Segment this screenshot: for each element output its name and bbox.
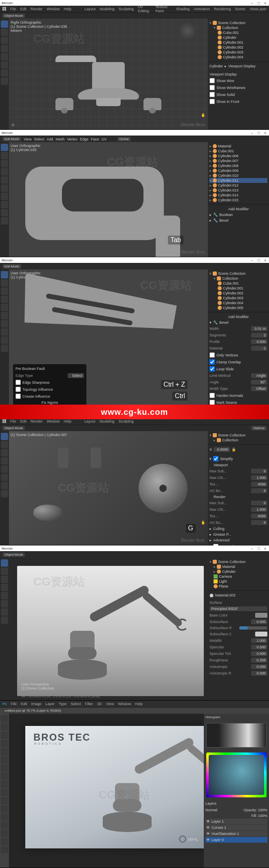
tool-scale[interactable]	[1, 176, 8, 184]
tool-wand[interactable]	[1, 740, 8, 747]
color-picker[interactable]	[206, 752, 267, 797]
tool-move[interactable]	[1, 715, 8, 723]
tool-heal[interactable]	[1, 764, 8, 772]
viewport-3d[interactable]: User Perspective (1) Scene Collection Ve…	[9, 558, 208, 700]
eye-icon[interactable]: 👁	[206, 826, 210, 830]
tool-scale[interactable]	[1, 53, 8, 60]
ws-layout[interactable]: Layout	[85, 7, 96, 11]
blender-logo-icon: 🅱	[2, 7, 6, 11]
menu-edit[interactable]: Edit	[20, 7, 27, 11]
doc-tab[interactable]: untitled.psd @ 76.7% (Layer 0, RGB/8)	[2, 708, 63, 713]
chk-infront[interactable]	[209, 99, 215, 104]
ws-texpaint[interactable]: Texture Paint	[155, 5, 172, 13]
tool-rotate[interactable]	[1, 45, 8, 52]
tool-pen[interactable]	[1, 813, 8, 821]
tool-move[interactable]	[1, 37, 8, 44]
tool-knife[interactable]	[1, 217, 8, 225]
ws-anim[interactable]: Animation	[194, 7, 210, 11]
tool-annotate[interactable]	[1, 69, 8, 77]
tool-select[interactable]	[1, 20, 8, 28]
ps-menubar: Ps File Edit Image Layer Type Select Fil…	[0, 701, 269, 707]
chk-wire[interactable]	[209, 78, 215, 83]
scene-chip[interactable]: Scene	[235, 7, 246, 11]
minimize-icon[interactable]: −	[251, 131, 254, 134]
ws-modeling[interactable]: Modeling	[100, 7, 115, 11]
maximize-icon[interactable]: □	[258, 1, 261, 4]
viewlayer-chip[interactable]: ViewLayer	[249, 7, 267, 11]
viewport-3d[interactable]: (1) Scene Collection | Cylinder.087 G CG…	[9, 431, 208, 545]
eye-icon[interactable]: 👁	[206, 832, 210, 836]
ws-uv[interactable]: UV Editing	[138, 5, 151, 13]
tool-type[interactable]	[1, 821, 8, 829]
maximize-icon[interactable]: □	[258, 131, 261, 134]
tool-hand[interactable]	[1, 838, 8, 845]
tool-loopcut[interactable]	[1, 209, 8, 216]
ws-shading[interactable]: Shading	[176, 7, 190, 11]
header-bar: Object Mode	[0, 12, 269, 19]
tool-shape[interactable]	[1, 830, 8, 837]
layers-panel[interactable]: Layers NormalOpacity: 100% Fill: 100% 👁L…	[204, 800, 269, 868]
tool-measure[interactable]	[1, 78, 8, 85]
viewport-3d[interactable]: User Orthographic (1) Cylinder.035 Tab C…	[9, 142, 208, 257]
ps-canvas-area[interactable]: BROS TEC ROBOTICS OXYL CG资源站	[9, 714, 204, 868]
operator-panel[interactable]: Pre Boolean Fault Edge TypeSelect Edge S…	[13, 364, 86, 408]
tool-brush[interactable]	[1, 772, 8, 780]
ws-render[interactable]: Rendering	[214, 7, 231, 11]
tool-lasso[interactable]	[1, 732, 8, 739]
tool-eyedropper[interactable]	[1, 756, 8, 763]
tool-move[interactable]	[1, 160, 8, 167]
lock-icon[interactable]: 🔒	[232, 447, 236, 452]
tool-gradient[interactable]	[1, 797, 8, 804]
eye-icon[interactable]: 👁	[206, 819, 210, 823]
color-swatch[interactable]	[255, 613, 267, 618]
properties-panel[interactable]: Cylinder▸Viewport Display Viewport Displ…	[208, 61, 269, 129]
ps-logo-icon: Ps	[2, 702, 7, 706]
tool-cursor[interactable]	[1, 152, 8, 159]
rb-logo-icon: ⬢	[11, 123, 15, 127]
material-props[interactable]: ⬤Material.003 Surface Principled BSDF Ba…	[208, 590, 269, 700]
header-bar: Edit Mode View Select Add Mesh Vertex Ed…	[0, 136, 269, 142]
model-clip	[90, 447, 101, 468]
outliner[interactable]: ▾Scene Collection ▸Collection	[208, 431, 269, 444]
close-icon[interactable]: ×	[264, 131, 267, 134]
menu-render[interactable]: Render	[31, 7, 43, 11]
tool-bevel[interactable]	[1, 201, 8, 208]
tool-clone[interactable]	[1, 781, 8, 788]
tool-zoom[interactable]	[1, 846, 8, 853]
tool-extrude[interactable]	[1, 185, 8, 192]
tool-marquee[interactable]	[1, 723, 8, 731]
outliner[interactable]: ▾Scene Collection ▾Collection Cube.001 C…	[208, 269, 269, 312]
eye-icon[interactable]: 👁	[206, 838, 210, 842]
tool-select[interactable]	[1, 271, 8, 278]
tool-eraser[interactable]	[1, 789, 8, 796]
histogram-display	[206, 723, 267, 748]
viewport-3d[interactable]: Right Orthographic (1) Scene Collection …	[9, 19, 208, 129]
hand-icon[interactable]: ✋	[201, 113, 205, 117]
minimize-icon[interactable]: −	[251, 1, 254, 4]
hand-icon[interactable]: ✋	[201, 521, 205, 525]
outliner[interactable]: ▸Material ▸Cube.001 ▸Cylinder.006 ▸Cylin…	[208, 142, 269, 204]
menu-help[interactable]: Help	[64, 7, 72, 11]
outliner[interactable]: ▾Scene Collection ▸Material ▸Cylinder Ca…	[208, 558, 269, 590]
menu-window[interactable]: Window	[47, 7, 60, 11]
mode-dropdown[interactable]: Object Mode	[2, 13, 25, 18]
ws-sculpting[interactable]: Sculpting	[119, 7, 134, 11]
tool-blur[interactable]	[1, 805, 8, 812]
model-preview	[25, 167, 164, 240]
chk-wireframes[interactable]	[209, 85, 215, 90]
viewport-3d[interactable]: User Orthographic (1) Cylinder.035 Ctrl …	[9, 269, 208, 412]
outliner[interactable]: ▾Scene Collection ▾Collection Cube.001 C…	[208, 19, 269, 61]
tool-crop[interactable]	[1, 748, 8, 755]
mode-dropdown[interactable]: Edit Mode	[2, 137, 21, 141]
tool-select[interactable]	[1, 144, 8, 151]
tool-transform[interactable]	[1, 61, 8, 69]
chk-solid[interactable]	[209, 92, 215, 97]
tool-rotate[interactable]	[1, 168, 8, 176]
tool-inset[interactable]	[1, 193, 8, 200]
close-icon[interactable]: ×	[264, 1, 267, 4]
nav-gizmo[interactable]	[179, 23, 196, 39]
add-modifier-button[interactable]: Add Modifier	[209, 207, 267, 211]
menu-file[interactable]: File	[10, 7, 16, 11]
tool-cursor[interactable]	[1, 29, 8, 36]
menu-bar: 🅱 File Edit Render Window Help Layout Mo…	[0, 6, 269, 12]
